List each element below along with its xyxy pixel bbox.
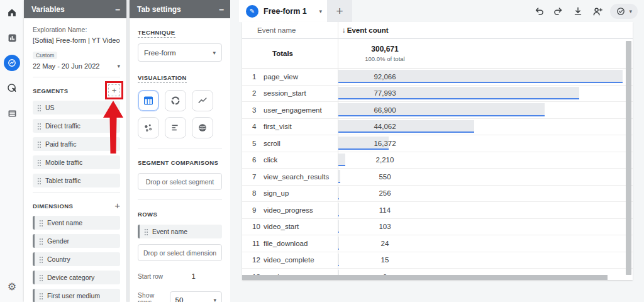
count-value: 77,993 bbox=[338, 86, 432, 102]
table-row[interactable]: 3user_engagement66,900 bbox=[242, 102, 633, 119]
exploration-name-value[interactable]: [Sofiia] Free-form | YT Video bbox=[33, 36, 120, 44]
segment-comparisons-label: SEGMENT COMPARISONS bbox=[138, 159, 218, 166]
scatter-chart-icon[interactable] bbox=[138, 117, 159, 138]
column-header-event-name[interactable]: Event name bbox=[242, 26, 338, 34]
table-row[interactable]: 1page_view92,066 bbox=[242, 69, 633, 86]
dimension-chip[interactable]: First user medium bbox=[33, 289, 120, 302]
date-range-selector[interactable]: 22 May - 20 Jun 2022 ▾ bbox=[33, 62, 120, 70]
show-rows-select[interactable]: 50 ▾ bbox=[170, 291, 222, 302]
dimension-chip[interactable]: Country bbox=[33, 252, 120, 266]
dimension-chip[interactable]: Event name bbox=[33, 216, 120, 230]
technique-label: TECHNIQUE bbox=[138, 29, 175, 38]
annotation-highlight-box[interactable]: + bbox=[105, 81, 123, 99]
visualisation-grid bbox=[138, 90, 222, 138]
table-row[interactable]: 6click2,210 bbox=[242, 152, 633, 169]
event-count-cell: 24 bbox=[338, 235, 633, 252]
geo-map-icon[interactable] bbox=[192, 117, 213, 138]
add-dimension-button[interactable]: + bbox=[114, 201, 120, 210]
event-count-cell: 2,210 bbox=[338, 152, 633, 169]
segment-chip-label: Direct traffic bbox=[45, 122, 80, 130]
event-name-cell: video_progress bbox=[264, 202, 338, 218]
line-chart-icon[interactable] bbox=[192, 90, 213, 111]
event-name-cell: page_view bbox=[264, 69, 338, 85]
drag-handle-icon bbox=[39, 256, 43, 263]
start-row-value[interactable]: 1 bbox=[192, 272, 196, 280]
start-row-label: Start row bbox=[138, 273, 163, 280]
date-range-text: 22 May - 20 Jun 2022 bbox=[33, 62, 99, 70]
table-body: 1page_view92,0662session_start77,9933use… bbox=[242, 69, 633, 280]
undo-icon[interactable] bbox=[532, 4, 546, 18]
tab-free-form-1[interactable]: ✎ Free-form 1 ▾ bbox=[239, 0, 327, 22]
table-row[interactable]: 4first_visit44,062 bbox=[242, 119, 633, 136]
segment-chip-label: US bbox=[45, 104, 55, 111]
column-header-event-count[interactable]: ↓Event count bbox=[338, 26, 389, 34]
chevron-down-icon: ▾ bbox=[117, 63, 120, 69]
technique-value: Free-form bbox=[144, 49, 175, 57]
table-row[interactable]: 9video_progress114 bbox=[242, 202, 633, 219]
event-count-cell: 103 bbox=[338, 219, 633, 235]
drag-handle-icon bbox=[37, 141, 41, 148]
advertising-icon[interactable] bbox=[0, 76, 24, 101]
app-sidebar: ⚙ bbox=[0, 0, 24, 302]
table-row[interactable]: 7view_search_results550 bbox=[242, 169, 633, 186]
tab-settings-panel: Tab settings – TECHNIQUE Free-form ▾ VIS… bbox=[130, 0, 230, 302]
vertical-scrollbar[interactable] bbox=[626, 41, 631, 275]
dimension-chip-label: Country bbox=[47, 255, 70, 263]
minimize-icon[interactable]: – bbox=[219, 6, 224, 13]
rows-dimension-chip[interactable]: Event name bbox=[138, 225, 222, 238]
dimensions-label: DIMENSIONS bbox=[33, 203, 73, 210]
event-count-cell: 114 bbox=[338, 202, 633, 218]
event-name-cell: first_visit bbox=[264, 119, 338, 135]
reports-icon[interactable] bbox=[0, 25, 24, 50]
segment-chip-label: Paid traffic bbox=[45, 140, 76, 148]
table-row[interactable]: 12video_complete15 bbox=[242, 252, 633, 269]
table-row[interactable]: 8sign_up256 bbox=[242, 186, 633, 203]
main-area: ✎ Free-form 1 ▾ + ▾ Eve bbox=[230, 0, 644, 302]
segment-chip[interactable]: Mobile traffic bbox=[33, 155, 120, 169]
settings-gear-icon[interactable]: ⚙ bbox=[0, 277, 24, 296]
row-rank: 6 bbox=[242, 152, 264, 169]
dimension-chip-label: Gender bbox=[47, 237, 69, 245]
donut-chart-icon[interactable] bbox=[165, 90, 186, 111]
technique-select[interactable]: Free-form ▾ bbox=[138, 43, 222, 62]
count-value: 66,900 bbox=[338, 102, 432, 118]
visualisation-label: VISUALISATION bbox=[138, 74, 187, 83]
share-add-user-icon[interactable] bbox=[591, 4, 604, 18]
redo-icon[interactable] bbox=[552, 4, 565, 18]
add-tab-button[interactable]: + bbox=[327, 0, 352, 22]
horizontal-scrollbar[interactable] bbox=[242, 275, 608, 280]
event-count-cell: 44,062 bbox=[338, 119, 633, 135]
bar-chart-icon[interactable] bbox=[165, 117, 186, 138]
table-row[interactable]: 2session_start77,993 bbox=[242, 86, 633, 103]
status-menu[interactable]: ▾ bbox=[610, 4, 638, 19]
table-icon[interactable] bbox=[138, 90, 159, 111]
tab-settings-title: Tab settings bbox=[137, 5, 181, 14]
event-count-cell: 16,372 bbox=[338, 135, 633, 152]
table-row[interactable]: 5scroll16,372 bbox=[242, 135, 633, 152]
download-icon[interactable] bbox=[571, 4, 585, 18]
count-value: 16,372 bbox=[338, 135, 432, 152]
drag-handle-icon bbox=[39, 238, 43, 245]
rows-label: ROWS bbox=[138, 211, 157, 218]
count-value: 103 bbox=[338, 219, 432, 235]
segment-chip[interactable]: Tablet traffic bbox=[33, 174, 120, 187]
variables-panel-header: Variables – bbox=[24, 0, 126, 18]
dimension-drop-target[interactable]: Drop or select dimension bbox=[138, 244, 222, 261]
drag-handle-icon bbox=[37, 177, 41, 184]
home-icon[interactable] bbox=[0, 0, 24, 25]
drag-handle-icon bbox=[37, 104, 41, 111]
dimension-chip[interactable]: Device category bbox=[33, 271, 120, 284]
event-name-cell: video_start bbox=[264, 219, 338, 235]
row-rank: 7 bbox=[242, 169, 264, 185]
dimension-chip[interactable]: Gender bbox=[33, 234, 120, 248]
table-row[interactable]: 11file_download24 bbox=[242, 235, 633, 252]
explore-icon[interactable] bbox=[0, 50, 24, 76]
totals-value: 300,671 bbox=[338, 45, 432, 53]
add-segment-plus-icon[interactable]: + bbox=[108, 84, 120, 96]
library-icon[interactable] bbox=[0, 101, 24, 126]
segment-drop-target[interactable]: Drop or select segment bbox=[138, 173, 222, 190]
event-name-cell: click bbox=[264, 152, 338, 169]
minimize-icon[interactable]: – bbox=[115, 6, 120, 13]
table-row[interactable]: 10video_start103 bbox=[242, 219, 633, 236]
totals-percentage: 100.0% of total bbox=[338, 55, 432, 62]
